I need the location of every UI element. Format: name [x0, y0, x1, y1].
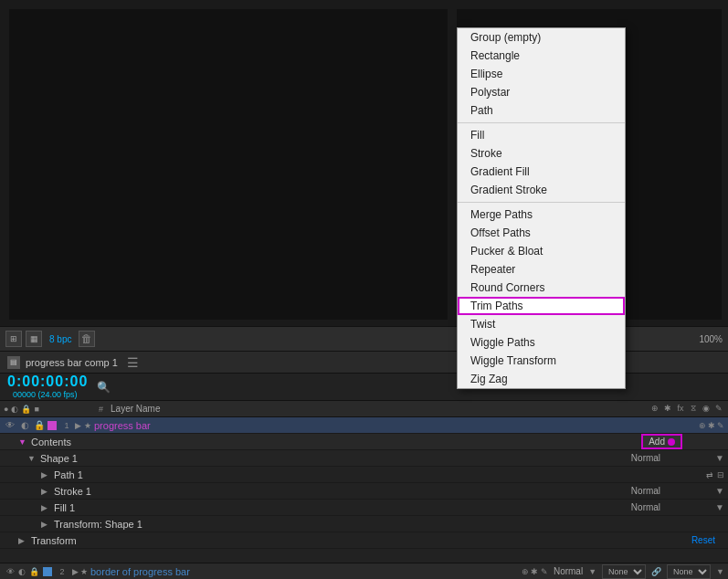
layer-mode-icon: ✎: [717, 421, 724, 430]
menu-item-rectangle[interactable]: Rectangle: [458, 47, 625, 65]
bottom-none-select-1[interactable]: None: [602, 564, 646, 579]
bpc-label[interactable]: 8 bpc: [46, 334, 75, 344]
stroke1-expand[interactable]: ▶: [41, 487, 50, 496]
stroke1-row[interactable]: ▶ Stroke 1 Normal ▼: [0, 483, 728, 500]
layer-num: 1: [58, 421, 75, 430]
menu-item-group-empty[interactable]: Group (empty): [458, 28, 625, 47]
menu-item-wiggle-paths[interactable]: Wiggle Paths: [458, 333, 625, 352]
transform-shape1-row[interactable]: ▶ Transform: Shape 1: [0, 516, 728, 532]
bottom-right: ⊕ ✱ ✎ Normal ▼ None 🔗 None ▼: [522, 564, 724, 579]
col-icon-4: ⧖: [688, 404, 699, 415]
bottom-lock-icon[interactable]: 🔒: [29, 567, 39, 576]
comp-name: progress bar comp 1: [26, 357, 118, 368]
menu-item-path[interactable]: Path: [458, 101, 625, 120]
transform-shape1-label: Transform: Shape 1: [54, 519, 142, 530]
bottom-mode-normal[interactable]: Normal: [554, 566, 583, 576]
add-dot-icon: [668, 438, 675, 446]
bottom-bar: 👁 ◐ 🔒 2 ▶ ★ border of progress bar ⊕ ✱ ✎…: [0, 563, 728, 579]
toolbar-btn-2[interactable]: ▦: [26, 331, 42, 347]
shape1-label: Shape 1: [40, 453, 78, 464]
menu-item-gradient-fill[interactable]: Gradient Fill: [458, 163, 625, 181]
path1-row[interactable]: ▶ Path 1 ⇄ ⊟: [0, 467, 728, 483]
expand-arrow[interactable]: ▶: [75, 421, 84, 430]
bottom-none-select-2[interactable]: None: [667, 564, 711, 579]
layer-color-swatch: [47, 421, 57, 430]
path1-icons: ⇄ ⊟: [706, 470, 724, 479]
menu-item-polystar[interactable]: Polystar: [458, 83, 625, 101]
layer-row[interactable]: 👁 ◐ 🔒 1 ▶ ★ progress bar ⊕ ✱ ✎: [0, 417, 728, 434]
bottom-eye-icon[interactable]: 👁: [4, 567, 16, 576]
menu-item-twist[interactable]: Twist: [458, 315, 625, 333]
solo-icon[interactable]: ◐: [18, 420, 31, 430]
lock-col-icon: 🔒: [21, 405, 31, 414]
col-icon-5: ◉: [701, 404, 712, 415]
context-menu: Group (empty)RectangleEllipsePolystarPat…: [457, 27, 626, 389]
bottom-layer-type-icon: ★: [80, 567, 88, 576]
fill1-row[interactable]: ▶ Fill 1 Normal ▼: [0, 500, 728, 516]
menu-item-wiggle-transform[interactable]: Wiggle Transform: [458, 352, 625, 370]
menu-item-trim-paths[interactable]: Trim Paths: [458, 297, 625, 315]
contents-row[interactable]: ▼ Contents Add: [0, 434, 728, 450]
bottom-solo-icon[interactable]: ◐: [18, 567, 26, 576]
col-hash: #: [95, 405, 107, 414]
menu-item-pucker-bloat[interactable]: Pucker & Bloat: [458, 242, 625, 260]
canvas-preview: [9, 9, 448, 320]
col-layer-name: Layer Name: [107, 404, 649, 414]
menu-item-ellipse[interactable]: Ellipse: [458, 65, 625, 83]
comp-menu-icon[interactable]: ☰: [127, 355, 139, 370]
stroke1-mode-arrow: ▼: [715, 486, 724, 496]
transform-row[interactable]: ▶ Transform Reset: [0, 532, 728, 549]
bottom-layer-name: border of progress bar: [90, 566, 522, 577]
label-col-icon: ■: [34, 405, 38, 414]
bottom-layer-num: 2: [54, 567, 70, 576]
bottom-mode-arrow[interactable]: ▼: [588, 567, 596, 576]
fps-label: 00000 (24.00 fps): [13, 390, 88, 400]
menu-item-stroke[interactable]: Stroke: [458, 144, 625, 163]
contents-expand-icon[interactable]: ▼: [18, 437, 27, 447]
transform-reset[interactable]: Reset: [691, 535, 715, 545]
path1-label: Path 1: [54, 469, 83, 480]
menu-item-zig-zag[interactable]: Zig Zag: [458, 370, 625, 388]
path1-expand[interactable]: ▶: [41, 470, 50, 479]
layer-name: progress bar: [94, 420, 699, 431]
col-vis-icons: ● ◐ 🔒 ■: [4, 405, 95, 414]
toolbar-btn-1[interactable]: ⊞: [5, 331, 22, 347]
stroke1-mode: Normal: [631, 486, 660, 496]
transform-label: Transform: [31, 535, 77, 546]
path1-icon1: ⇄: [706, 470, 713, 479]
trash-btn[interactable]: 🗑: [79, 331, 95, 347]
zoom-label: 100%: [699, 334, 723, 344]
menu-item-round-corners[interactable]: Round Corners: [458, 279, 625, 297]
shape1-mode: Normal: [631, 453, 660, 463]
lock-icon[interactable]: 🔒: [33, 420, 46, 430]
bottom-more-icon: ▼: [716, 567, 724, 576]
path1-icon2: ⊟: [717, 470, 724, 479]
add-label: Add: [649, 437, 665, 447]
stroke1-label: Stroke 1: [54, 486, 91, 497]
add-button[interactable]: Add: [641, 434, 682, 449]
eye-col-icon: ●: [4, 405, 8, 414]
col-icon-3: fx: [675, 404, 686, 415]
menu-item-repeater[interactable]: Repeater: [458, 260, 625, 279]
timecode[interactable]: 0:00:00:00: [7, 374, 88, 390]
shape1-mode-arrow: ▼: [715, 453, 724, 463]
transform-expand[interactable]: ▶: [18, 536, 27, 545]
menu-item-fill[interactable]: Fill: [458, 126, 625, 144]
eye-icon[interactable]: 👁: [4, 420, 16, 430]
menu-separator: [458, 202, 625, 203]
col-headers: ● ◐ 🔒 ■ # Layer Name ⊕ ✱ fx ⧖ ◉ ✎: [0, 401, 728, 417]
transform-shape1-expand[interactable]: ▶: [41, 520, 50, 529]
menu-item-gradient-stroke[interactable]: Gradient Stroke: [458, 181, 625, 199]
menu-item-merge-paths[interactable]: Merge Paths: [458, 205, 625, 224]
mode-icon: ✱: [708, 421, 715, 430]
bottom-layer-color: [43, 567, 52, 576]
fill1-mode-arrow: ▼: [715, 502, 724, 512]
menu-item-offset-paths[interactable]: Offset Paths: [458, 224, 625, 242]
bottom-chain-icon: 🔗: [651, 567, 661, 576]
fill1-expand[interactable]: ▶: [41, 503, 50, 512]
menu-separator: [458, 122, 625, 123]
shape1-expand[interactable]: ▼: [27, 454, 37, 463]
shape1-row[interactable]: ▼ Shape 1 Normal ▼: [0, 450, 728, 467]
bottom-expand-icon[interactable]: ▶: [72, 567, 79, 576]
search-icon[interactable]: 🔍: [97, 381, 111, 394]
